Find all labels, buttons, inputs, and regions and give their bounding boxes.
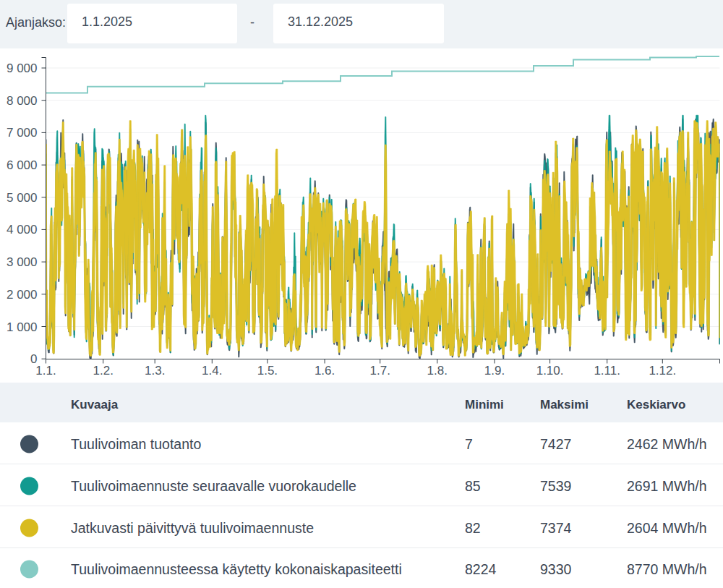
svg-text:9 000: 9 000 bbox=[7, 61, 38, 75]
svg-text:3 000: 3 000 bbox=[7, 255, 38, 269]
svg-text:1.2.: 1.2. bbox=[93, 364, 114, 378]
svg-text:1.8.: 1.8. bbox=[427, 364, 448, 378]
svg-text:5 000: 5 000 bbox=[7, 191, 38, 205]
svg-text:2 000: 2 000 bbox=[7, 288, 38, 302]
svg-text:7 000: 7 000 bbox=[7, 126, 38, 140]
svg-text:1.12.: 1.12. bbox=[649, 364, 676, 378]
svg-text:1.11.: 1.11. bbox=[594, 364, 620, 378]
svg-text:1.1.: 1.1. bbox=[35, 364, 56, 378]
svg-text:1.9.: 1.9. bbox=[484, 364, 505, 378]
svg-text:1.4.: 1.4. bbox=[202, 364, 222, 378]
svg-text:6 000: 6 000 bbox=[7, 158, 38, 172]
svg-text:1.5.: 1.5. bbox=[257, 364, 278, 378]
svg-text:4 000: 4 000 bbox=[7, 223, 38, 237]
svg-text:1 000: 1 000 bbox=[7, 320, 38, 334]
svg-text:1.7.: 1.7. bbox=[370, 364, 390, 378]
svg-text:1.6.: 1.6. bbox=[315, 364, 335, 378]
svg-text:1.10.: 1.10. bbox=[536, 364, 564, 378]
svg-text:1.3.: 1.3. bbox=[145, 364, 165, 378]
svg-text:8 000: 8 000 bbox=[7, 94, 38, 108]
